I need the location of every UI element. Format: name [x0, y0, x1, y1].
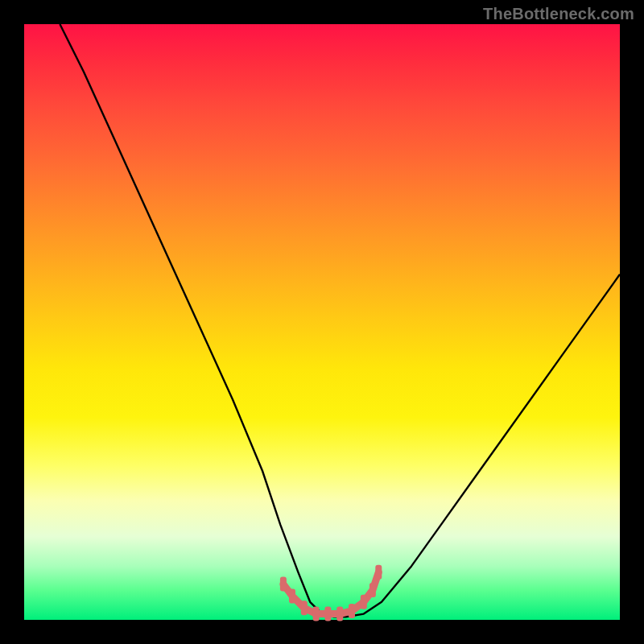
chart-svg: [24, 24, 620, 620]
marker-dot: [289, 588, 295, 603]
watermark-text: TheBottleneck.com: [483, 5, 634, 23]
marker-dot: [369, 583, 376, 597]
marker-dot: [313, 607, 320, 621]
plot-background: [24, 24, 620, 620]
marker-dot: [375, 565, 382, 580]
marker-dot: [349, 604, 355, 618]
marker-dot: [336, 607, 343, 621]
marker-dot: [301, 601, 308, 615]
chart-frame: TheBottleneck.com: [0, 0, 644, 644]
marker-dot: [324, 607, 331, 621]
marker-dot: [361, 595, 367, 609]
bottleneck-curve: [60, 24, 620, 617]
marker-dot: [280, 577, 287, 592]
curve-layer: [60, 24, 620, 617]
